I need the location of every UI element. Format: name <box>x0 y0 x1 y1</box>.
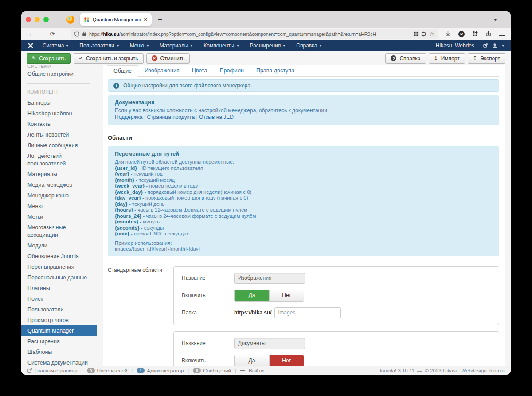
sidebar-item[interactable]: Модули <box>21 240 97 251</box>
variable-line: {month} - текущий месяц <box>115 177 492 184</box>
info-icon: i <box>113 83 119 89</box>
sidebar-item-global-config[interactable]: Общие настройки <box>21 69 97 79</box>
variable-line: {day_year} - порядковый номер дня в году… <box>115 195 492 201</box>
sidebar-item[interactable]: Перенаправления <box>21 262 97 272</box>
tab-overflow-chevron-icon[interactable]: ▾ <box>494 17 497 23</box>
pocket-icon[interactable]: P <box>458 31 465 37</box>
browser-toolbar: ← → ⟳ https://hika.su/administrator/inde… <box>21 28 511 40</box>
separator: | <box>131 368 133 373</box>
browser-tab[interactable]: Quantum Manager конфигурац ✕ <box>80 13 152 26</box>
nav-item-content[interactable]: Материалы <box>160 43 193 49</box>
tab-profiles[interactable]: Профили <box>214 65 250 76</box>
home-external-icon <box>27 368 32 373</box>
close-window-button[interactable] <box>26 17 31 22</box>
nav-item-components[interactable]: Компоненты <box>203 43 239 49</box>
visitors-count-badge: 0 <box>87 368 95 373</box>
admins-status[interactable]: 1 Администратор <box>137 368 184 373</box>
nav-item-users[interactable]: Пользователи <box>79 43 119 49</box>
nav-item-menu[interactable]: Меню <box>130 43 149 49</box>
sidebar-item[interactable]: Обновление Joomla <box>21 251 97 262</box>
jed-review-link[interactable]: Отзыв на JED <box>199 114 234 120</box>
sidebar-item[interactable]: Меню <box>21 201 97 212</box>
settings-tabs: Общие Изображения Цвета Профили Права до… <box>107 65 499 77</box>
sidebar-item[interactable]: Расширения <box>21 336 97 347</box>
example-label: Пример использования: <box>115 240 492 247</box>
variable-line: {year} - текущий год <box>115 171 492 177</box>
sidebar-item[interactable]: Лог действий пользователей <box>21 151 97 169</box>
downloads-icon[interactable] <box>445 31 451 37</box>
sidebar-item[interactable]: Hikashop шаблон <box>21 108 97 119</box>
product-page-link[interactable]: Страница продукта <box>147 114 195 120</box>
export-button[interactable]: ↧Экспорт <box>468 53 505 64</box>
separator: | <box>235 368 236 373</box>
extensions-puzzle-icon[interactable] <box>472 31 478 37</box>
sidebar-item[interactable]: Пользователи <box>21 304 97 315</box>
tab-close-icon[interactable]: ✕ <box>144 17 148 23</box>
back-button[interactable]: ← <box>26 31 36 37</box>
forward-button[interactable]: → <box>36 31 47 37</box>
shield-icon[interactable] <box>74 31 79 37</box>
nav-item-extensions[interactable]: Расширения <box>250 43 286 49</box>
separator: | <box>188 368 189 373</box>
home-page-link[interactable]: Главная страница <box>27 368 78 373</box>
sidebar-item[interactable]: Ленты новостей <box>21 129 97 140</box>
url-bar[interactable]: https://hika.su/administrator/index.php?… <box>71 29 438 39</box>
sidebar-item[interactable]: Система документации <box>21 357 97 366</box>
sidebar-item-quantum-manager[interactable]: Quantum Manager <box>21 325 97 336</box>
area-fieldset-documents: Название Включить Да Нет <box>173 331 499 366</box>
sidebar-item[interactable]: Просмотр логов <box>21 315 97 325</box>
admin-content-area: ✎Сохранить ✔Сохранить и закрыть ✖Отменит… <box>21 51 511 375</box>
no-button[interactable]: Нет <box>269 355 304 366</box>
help-button[interactable]: ?Справка <box>385 53 426 64</box>
yes-button[interactable]: Да <box>235 355 269 366</box>
bookmark-star-icon[interactable]: ☆ <box>429 31 434 37</box>
sidebar-item[interactable]: Личные сообщения <box>21 140 97 151</box>
visitors-status[interactable]: 0 Посетителей <box>87 368 128 373</box>
tab-general[interactable]: Общие <box>107 65 138 77</box>
minimize-window-button[interactable] <box>35 17 40 22</box>
user-icon[interactable] <box>492 43 497 48</box>
sidebar-section-component: КОМПОНЕНТ <box>21 89 103 94</box>
lock-icon[interactable] <box>82 31 86 36</box>
sidebar-item[interactable]: Многоязычные ассоциации <box>21 222 97 240</box>
tab-colors[interactable]: Цвета <box>186 65 214 76</box>
support-link[interactable]: Поддержка <box>115 114 143 120</box>
sidebar-item[interactable]: Шаблоны <box>21 347 97 357</box>
config-sidebar: СИСТЕМА Общие настройки КОМПОНЕНТ Баннер… <box>21 65 103 366</box>
site-preview-link[interactable]: Hikasu. Webdes... <box>436 43 479 49</box>
enable-toggle: Да Нет <box>234 355 304 366</box>
reload-button[interactable]: ⟳ <box>47 31 58 37</box>
tab-images[interactable]: Изображения <box>138 65 186 76</box>
sidebar-item[interactable]: Баннеры <box>21 98 97 108</box>
sidebar-item[interactable]: Метки <box>21 212 97 222</box>
save-button[interactable]: ✎Сохранить <box>27 53 71 64</box>
sidebar-item[interactable]: Контакты <box>21 119 97 129</box>
nav-item-help[interactable]: Справка <box>296 43 322 49</box>
menu-hamburger-icon[interactable] <box>499 31 505 37</box>
logout-link[interactable]: Выйти <box>240 368 264 373</box>
folder-input[interactable] <box>274 307 341 318</box>
documentation-text: Если у вас возникли сложности с настройк… <box>115 107 492 114</box>
extension-grid-icon[interactable] <box>414 31 419 36</box>
path-variables-intro: Для полей путей областей доступны переме… <box>115 159 492 165</box>
cancel-button[interactable]: ✖Отменить <box>146 53 190 64</box>
sidebar-item[interactable]: Плагины <box>21 283 97 294</box>
sidebar-item[interactable]: Менеджер кэша <box>21 190 97 201</box>
adblock-extension-icon[interactable] <box>421 31 426 37</box>
messages-status[interactable]: 0 Сообщений <box>193 368 231 373</box>
sidebar-item[interactable]: Поиск <box>21 294 97 304</box>
save-close-button[interactable]: ✔Сохранить и закрыть <box>74 53 144 64</box>
sidebar-item[interactable]: Материалы <box>21 169 97 180</box>
no-button[interactable]: Нет <box>269 290 304 301</box>
library-icon[interactable] <box>485 31 491 37</box>
sidebar-item[interactable]: Медиа-менеджер <box>21 180 97 190</box>
nav-item-system[interactable]: Система <box>43 43 69 49</box>
tab-permissions[interactable]: Права доступа <box>250 65 301 76</box>
new-tab-button[interactable]: + <box>158 15 162 24</box>
yes-button[interactable]: Да <box>235 290 269 301</box>
import-button[interactable]: ↥Импорт <box>429 53 465 64</box>
admins-count-badge: 1 <box>137 368 145 373</box>
sidebar-item[interactable]: Персональные данные <box>21 272 97 283</box>
zoom-window-button[interactable] <box>43 17 49 22</box>
sidebar-section-system: СИСТЕМА <box>21 65 103 69</box>
